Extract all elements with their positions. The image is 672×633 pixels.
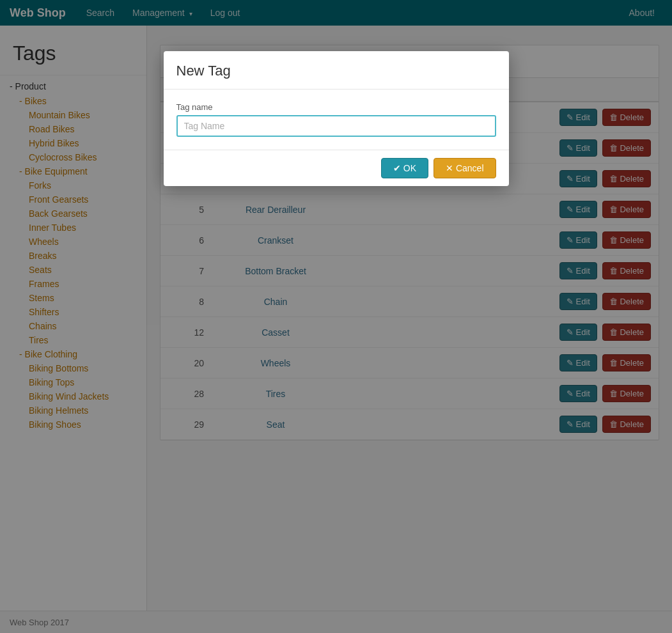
modal-overlay: New Tag Tag name ✔ OK ✕ Cancel <box>0 0 672 633</box>
new-tag-modal: New Tag Tag name ✔ OK ✕ Cancel <box>164 51 509 186</box>
tag-name-form-group: Tag name <box>176 102 496 137</box>
tag-name-input[interactable] <box>176 115 496 137</box>
modal-footer: ✔ OK ✕ Cancel <box>164 150 509 186</box>
modal-ok-button[interactable]: ✔ OK <box>381 158 428 178</box>
times-icon: ✕ <box>446 163 456 173</box>
modal-header: New Tag <box>164 51 509 90</box>
tag-name-label: Tag name <box>176 102 496 112</box>
modal-body: Tag name <box>164 90 509 150</box>
checkmark-icon: ✔ <box>393 163 403 173</box>
modal-cancel-button[interactable]: ✕ Cancel <box>434 158 496 178</box>
modal-title: New Tag <box>176 63 496 79</box>
